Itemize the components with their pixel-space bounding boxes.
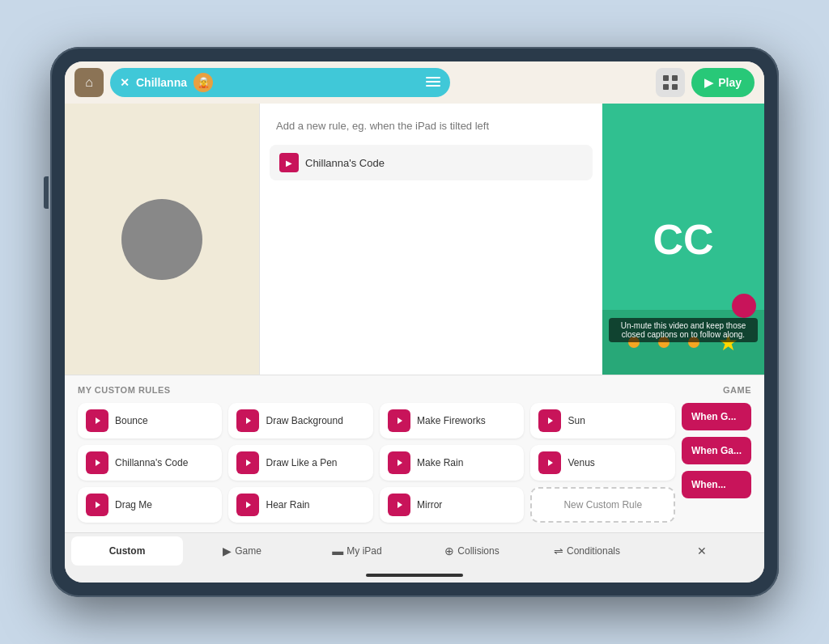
tab-myipad-label: My iPad — [346, 545, 381, 557]
section-header: MY CUSTOM RULES GAME — [78, 385, 751, 395]
rules-grid: Bounce Draw Background Make Fireworks Su… — [78, 403, 675, 523]
bottom-panel: MY CUSTOM RULES GAME Bounce Draw Backgro… — [65, 375, 764, 532]
rule-icon-draw-background — [236, 409, 259, 432]
game-button-2[interactable]: When Ga... — [682, 437, 751, 464]
new-custom-rule-card[interactable]: New Custom Rule — [530, 487, 675, 523]
video-panel: CC ★ Un-mute this video and keep those c… — [602, 104, 764, 375]
rule-name-make-rain: Make Rain — [417, 457, 463, 468]
rule-icon-hear-rain — [236, 494, 259, 516]
rule-icon-chillannas-code — [86, 451, 108, 474]
rule-icon-venus — [538, 451, 561, 474]
game-label: GAME — [723, 385, 751, 395]
rule-icon-make-rain — [388, 451, 410, 474]
rule-card-venus[interactable]: Venus — [530, 445, 675, 481]
cc-text: CC — [653, 218, 713, 261]
character-name: Chillanna — [136, 76, 187, 89]
top-bar: ⌂ ✕ Chillanna 🧝 — [65, 61, 764, 104]
game-button-3[interactable]: When... — [682, 471, 751, 498]
code-block[interactable]: Chillanna's Code — [270, 145, 593, 180]
rule-icon-mirror — [388, 494, 410, 516]
play-icon: ▶ — [704, 76, 713, 89]
tab-menu-button[interactable] — [426, 75, 440, 90]
tab-close-icon: ✕ — [697, 544, 707, 557]
svg-rect-4 — [672, 75, 678, 81]
device-frame: ⌂ ✕ Chillanna 🧝 — [50, 47, 779, 597]
tab-myipad[interactable]: ▬ My iPad — [301, 536, 413, 566]
svg-rect-1 — [426, 81, 440, 83]
tab-collisions-icon: ⊕ — [444, 544, 454, 557]
rule-name-sun: Sun — [568, 415, 585, 426]
tab-conditionals-icon: ⇌ — [554, 544, 563, 557]
rule-card-chillannas-code[interactable]: Chillanna's Code — [78, 445, 222, 481]
code-block-icon — [279, 153, 299, 172]
rule-name-hear-rain: Hear Rain — [266, 499, 309, 511]
code-block-label: Chillanna's Code — [305, 157, 385, 169]
tab-collisions-label: Collisions — [457, 545, 499, 557]
tab-myipad-icon: ▬ — [332, 544, 343, 557]
rule-name-chillannas-code: Chillanna's Code — [115, 457, 188, 468]
rule-icon-drag-me — [86, 494, 108, 516]
character-avatar: 🧝 — [193, 73, 213, 92]
rule-card-make-rain[interactable]: Make Rain — [380, 445, 525, 481]
tab-game[interactable]: ▶ Game — [186, 536, 298, 566]
grid-button[interactable] — [656, 68, 685, 97]
tab-conditionals-label: Conditionals — [567, 545, 620, 557]
canvas-circle — [121, 199, 202, 280]
tab-custom[interactable]: Custom — [71, 536, 183, 566]
rule-name-bounce: Bounce — [115, 415, 148, 426]
rule-icon-sun — [538, 409, 561, 432]
rule-icon-make-fireworks — [388, 409, 410, 432]
game-button-1[interactable]: When G... — [682, 403, 751, 430]
rule-card-bounce[interactable]: Bounce — [78, 403, 222, 439]
canvas-area — [65, 104, 259, 375]
svg-rect-6 — [672, 84, 678, 90]
close-tab-button[interactable]: ✕ — [120, 76, 130, 89]
tab-conditionals[interactable]: ⇌ Conditionals — [531, 536, 643, 566]
svg-rect-5 — [663, 84, 669, 90]
home-button[interactable]: ⌂ — [74, 68, 104, 97]
home-indicator — [65, 568, 764, 583]
rule-name-mirror: Mirror — [417, 499, 442, 511]
new-rule-label: New Custom Rule — [563, 499, 642, 511]
tab-game-icon: ▶ — [223, 544, 232, 557]
rule-icon-bounce — [86, 409, 108, 432]
video-character — [732, 294, 756, 318]
tab-collisions[interactable]: ⊕ Collisions — [416, 536, 528, 566]
top-right-buttons: ▶ Play — [656, 68, 755, 97]
rule-card-hear-rain[interactable]: Hear Rain — [228, 487, 373, 523]
my-custom-rules-label: MY CUSTOM RULES — [78, 385, 171, 395]
play-button[interactable]: ▶ Play — [691, 68, 755, 97]
rule-card-mirror[interactable]: Mirror — [380, 487, 525, 523]
rule-card-make-fireworks[interactable]: Make Fireworks — [380, 403, 525, 439]
rule-card-draw-like-pen[interactable]: Draw Like a Pen — [228, 445, 373, 481]
rule-name-draw-like-pen: Draw Like a Pen — [266, 457, 337, 468]
tab-custom-label: Custom — [109, 545, 146, 557]
video-caption: Un-mute this video and keep those closed… — [609, 318, 758, 342]
tab-close[interactable]: ✕ — [646, 536, 758, 566]
game-column: When G... When Ga... When... — [682, 403, 751, 523]
rule-card-drag-me[interactable]: Drag Me — [78, 487, 222, 523]
main-content: Chillanna's Code CC ★ Un-mute this video… — [65, 104, 764, 375]
svg-rect-2 — [426, 85, 440, 87]
rule-name-venus: Venus — [568, 457, 594, 468]
rule-name-draw-background: Draw Background — [266, 415, 342, 426]
svg-rect-3 — [663, 75, 669, 81]
character-tab[interactable]: ✕ Chillanna 🧝 — [110, 68, 450, 97]
play-label: Play — [718, 76, 742, 89]
home-bar — [366, 574, 463, 577]
tab-bar: Custom ▶ Game ▬ My iPad ⊕ Collisions ⇌ C… — [65, 532, 764, 568]
tab-game-label: Game — [235, 545, 261, 557]
rule-name-drag-me: Drag Me — [115, 499, 152, 511]
rule-card-sun[interactable]: Sun — [530, 403, 675, 439]
rule-input[interactable] — [270, 113, 593, 138]
svg-rect-0 — [426, 77, 440, 78]
screen: ⌂ ✕ Chillanna 🧝 — [65, 61, 764, 583]
code-editor: Chillanna's Code — [259, 104, 602, 375]
rule-name-make-fireworks: Make Fireworks — [417, 415, 486, 426]
rule-card-draw-background[interactable]: Draw Background — [228, 403, 373, 439]
rule-icon-draw-like-pen — [236, 451, 259, 474]
